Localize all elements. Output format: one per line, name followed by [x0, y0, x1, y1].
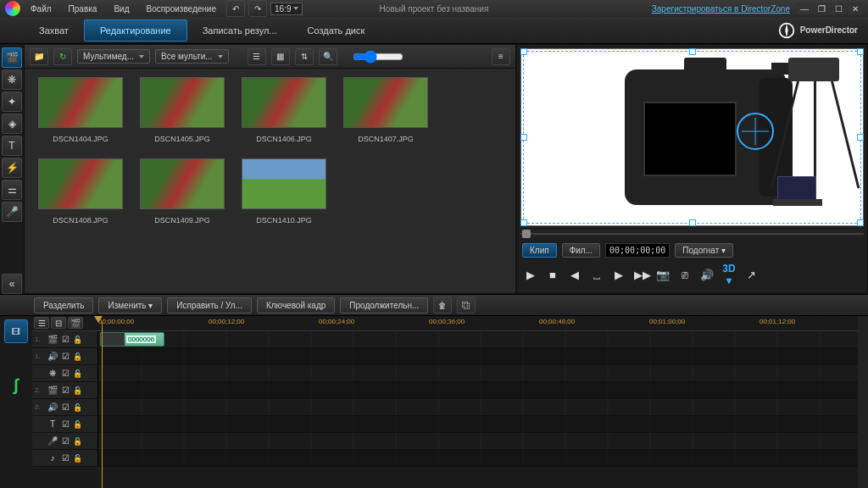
media-type-dropdown[interactable]: Мультимед...	[77, 49, 150, 64]
tab-capture[interactable]: Захват	[24, 20, 84, 41]
pip-room-button[interactable]: ✦	[2, 92, 22, 112]
transition-room-button[interactable]: ⚡	[2, 158, 22, 178]
tab-produce[interactable]: Записать резул...	[187, 20, 292, 41]
timeline-clip[interactable]: 0000006	[100, 332, 164, 347]
import-button[interactable]: 📁	[30, 48, 48, 65]
track-add-button[interactable]: 🎬	[68, 317, 83, 329]
volume-button[interactable]: 🔊	[700, 269, 714, 281]
view-details-button[interactable]: ☰	[248, 48, 266, 65]
video-track-2[interactable]: 2.🎬☑🔓	[32, 382, 858, 399]
track-view-button[interactable]: ☰	[34, 317, 49, 329]
lock-toggle[interactable]: 🔓	[73, 420, 82, 429]
sort-button[interactable]: ⇅	[295, 48, 314, 65]
lock-toggle[interactable]: 🔓	[73, 352, 82, 361]
expand-button[interactable]: «	[2, 274, 22, 294]
close-button[interactable]: ✕	[848, 3, 863, 14]
media-thumb[interactable]: DSCN1405.JPG	[140, 77, 225, 143]
fix-enhance-button[interactable]: Исправить / Ул...	[167, 297, 252, 313]
3d-button[interactable]: 3D ▾	[722, 263, 736, 286]
visibility-toggle[interactable]: ☑	[62, 402, 70, 412]
menu-file[interactable]: Файл	[24, 3, 58, 15]
media-thumb[interactable]: DSCN1407.JPG	[343, 77, 428, 143]
effect-room-button[interactable]: ❋	[2, 69, 22, 90]
media-thumb[interactable]: DSCN1410.JPG	[242, 158, 326, 225]
resize-handle[interactable]	[520, 219, 527, 226]
music-track[interactable]: ♪☑🔓	[32, 450, 858, 467]
voiceover-room-button[interactable]: 🎤	[2, 202, 22, 222]
visibility-toggle[interactable]: ☑	[62, 369, 70, 378]
timeline-view-button[interactable]: 🎞	[4, 319, 28, 343]
delete-button[interactable]: 🗑	[433, 297, 452, 313]
next-frame-button[interactable]: ▶	[612, 269, 626, 281]
redo-button[interactable]: ↷	[248, 0, 267, 17]
media-thumb[interactable]: DSCN1408.JPG	[38, 158, 123, 225]
lock-toggle[interactable]: 🔓	[73, 369, 82, 378]
preview-scrubber[interactable]	[520, 230, 864, 238]
clip-mode-button[interactable]: Клип	[522, 243, 557, 258]
snapshot-button[interactable]: 📷	[656, 269, 670, 281]
visibility-toggle[interactable]: ☑	[62, 453, 70, 463]
video-track-1[interactable]: 1.🎬☑🔓 0000006	[32, 331, 858, 348]
lock-toggle[interactable]: 🔓	[73, 386, 82, 395]
resize-handle[interactable]	[520, 48, 527, 55]
timecode-display[interactable]: 00;00;00;00	[605, 243, 670, 258]
fast-forward-button[interactable]: ▶▶	[634, 269, 648, 281]
register-link[interactable]: Зарегистрироваться в DirectorZone	[652, 4, 790, 14]
undock-button[interactable]: ↗	[744, 269, 758, 281]
playhead-line[interactable]	[102, 323, 103, 488]
maximize-button[interactable]: ☐	[831, 3, 846, 14]
lock-toggle[interactable]: 🔓	[73, 336, 82, 344]
fit-button[interactable]: Подогнат ▾	[675, 243, 733, 258]
refresh-button[interactable]: ↻	[53, 48, 72, 65]
modify-button[interactable]: Изменить ▾	[98, 297, 162, 313]
effect-track[interactable]: ❋☑🔓	[32, 365, 858, 382]
title-room-button[interactable]: T	[2, 136, 22, 156]
media-thumb[interactable]: DSCN1409.JPG	[140, 158, 225, 225]
audio-track-2[interactable]: 2.🔊☑🔓	[32, 399, 858, 416]
media-filter-dropdown[interactable]: Все мульти...	[155, 49, 229, 64]
tab-edit[interactable]: Редактирование	[84, 19, 187, 42]
lock-toggle[interactable]: 🔓	[73, 403, 82, 412]
mixing-room-button[interactable]: ⚌	[2, 180, 22, 200]
visibility-toggle[interactable]: ☑	[62, 352, 70, 361]
view-grid-button[interactable]: ▦	[271, 48, 290, 65]
lock-toggle[interactable]: 🔓	[73, 454, 82, 463]
tab-create-disc[interactable]: Создать диск	[292, 20, 381, 41]
more-tools-button[interactable]: ⿻	[457, 297, 476, 313]
search-button[interactable]: 🔍	[319, 48, 337, 65]
split-button[interactable]: Разделить	[34, 297, 93, 313]
library-menu-button[interactable]: ≡	[492, 48, 510, 65]
thumb-size-slider[interactable]	[353, 50, 403, 64]
lock-toggle[interactable]: 🔓	[73, 437, 82, 446]
track-collapse-button[interactable]: ⊟	[51, 317, 66, 329]
display-options-button[interactable]: ⎚	[678, 269, 692, 281]
timeline-scrollbar[interactable]	[858, 316, 868, 488]
resize-handle[interactable]	[520, 134, 527, 141]
aspect-ratio-selector[interactable]: 16:9	[270, 3, 302, 15]
selection-box[interactable]	[523, 51, 861, 224]
media-thumb[interactable]: DSCN1404.JPG	[38, 77, 123, 143]
menu-edit[interactable]: Правка	[62, 3, 104, 15]
resize-handle[interactable]	[689, 48, 696, 55]
movie-mode-button[interactable]: Фил...	[562, 243, 600, 258]
voice-track[interactable]: 🎤☑🔓	[32, 433, 858, 450]
particle-room-button[interactable]: ◈	[2, 114, 22, 134]
resize-handle[interactable]	[689, 219, 696, 226]
media-room-button[interactable]: 🎬	[2, 47, 22, 68]
play-button[interactable]: ▶	[524, 269, 537, 281]
resize-handle[interactable]	[857, 134, 864, 141]
title-track[interactable]: T☑🔓	[32, 416, 858, 433]
stop-button[interactable]: ■	[546, 269, 559, 281]
prev-frame-button[interactable]: ◀	[568, 269, 581, 281]
restore-button[interactable]: ❐	[814, 3, 829, 14]
storyboard-view-button[interactable]: ∫	[14, 375, 18, 395]
menu-playback[interactable]: Воспроизведение	[139, 3, 223, 15]
timeline-ruler[interactable]: ☰ ⊟ 🎬 00;00;00;00 00;00;12;00 00;00;24;0…	[32, 316, 858, 331]
keyframe-button[interactable]: Ключевой кадр	[257, 297, 335, 313]
audio-track-1[interactable]: 1.🔊☑🔓	[32, 348, 858, 365]
preview-canvas[interactable]	[520, 48, 864, 226]
menu-view[interactable]: Вид	[107, 3, 136, 15]
undo-button[interactable]: ↶	[226, 0, 245, 17]
visibility-toggle[interactable]: ☑	[62, 436, 70, 446]
minimize-button[interactable]: —	[797, 3, 812, 14]
